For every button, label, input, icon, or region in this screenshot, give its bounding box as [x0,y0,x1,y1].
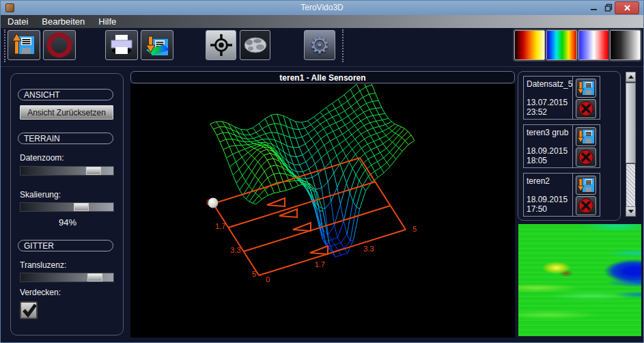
record-button[interactable] [43,30,76,60]
title-bar[interactable]: TeroVido3D [1,1,643,15]
axis-label: 1.7 [315,260,325,269]
dataset-save-button[interactable] [576,176,596,195]
close-icon [624,4,631,12]
export-floppy-icon [143,32,171,58]
verdecken-label: Verdecken: [20,288,61,297]
terrain-scene: 01.73.3501.73.35 [130,84,515,338]
dataset-time: 17:50 [527,204,547,214]
dataset-time: 23:52 [527,107,547,117]
section-terrain: TERRAIN [18,133,113,144]
section-ansicht: ANSICHT [18,89,113,100]
dataset-save-button[interactable] [576,79,596,98]
palette-grayscale-button[interactable] [610,30,641,60]
axis-label: 1.7 [215,222,225,230]
scroll-up-button[interactable] [626,72,636,82]
verdecken-checkbox[interactable] [20,301,38,319]
skalierung-slider-handle[interactable] [74,203,89,211]
minimize-icon [590,4,598,12]
palette-blue-white-red-button[interactable] [578,30,609,60]
axis-label: 5 [252,270,256,278]
dataset-item[interactable]: Datensatz_5 13.07.2015 23:52 [523,76,600,120]
dataset-date: 18.09.2015 [527,146,568,156]
globe-button[interactable] [240,30,270,60]
datenzoom-slider[interactable] [20,166,114,176]
settings-button[interactable]: ⚙ [304,30,335,60]
scroll-down-button[interactable] [626,206,636,217]
axis-label: 3.3 [363,245,374,253]
restore-button[interactable] [602,1,615,14]
scroll-down-icon [628,210,634,213]
center-view-button[interactable] [206,30,236,60]
menu-hilfe[interactable]: Hilfe [98,16,116,27]
transluzenz-label: Transluzenz: [20,260,66,270]
skalierung-readout: 94% [11,217,124,228]
axis-label: 0 [266,275,270,284]
menu-bearbeiten[interactable]: Bearbeiten [42,16,85,27]
divider [572,77,573,119]
close-button[interactable] [615,1,639,14]
scrollbar-track[interactable] [626,164,635,206]
dataset-delete-button[interactable] [576,196,596,215]
printer-icon [109,34,134,56]
record-circle-icon [46,31,73,59]
toolbar: ⚙ [1,28,643,67]
dataset-delete-button[interactable] [576,99,596,118]
dataset-name: teren2 [527,176,550,186]
reset-view-button[interactable]: Ansicht Zurücksetzen [20,105,113,120]
transluzenz-slider-handle[interactable] [87,273,102,282]
axis-label: 3.3 [230,246,240,254]
window-title: TeroVido3D [1,1,643,15]
print-button[interactable] [105,30,138,60]
dataset-save-button[interactable] [576,127,596,146]
crosshair-icon [208,32,234,58]
terrain-mesh [210,84,415,257]
load-floppy-icon [11,32,37,58]
delete-icon [577,148,595,166]
delete-icon [577,197,595,215]
dataset-item[interactable]: teren3 grub 18.09.2015 18:05 [523,124,600,168]
dataset-list: Datensatz_5 13.07.2015 23:52 [518,71,621,221]
datenzoom-slider-handle[interactable] [86,167,101,175]
direction-marker [293,223,311,231]
dataset-item[interactable]: teren2 18.09.2015 17:50 [523,173,600,217]
restore-icon [604,3,613,12]
minimize-button[interactable] [587,1,600,14]
toolbar-separator [4,29,5,62]
save-floppy-icon [577,79,596,97]
viewport-title: teren1 - Alle Sensoren [130,71,515,83]
skalierung-slider[interactable] [20,202,114,212]
dataset-delete-button[interactable] [576,148,596,167]
save-floppy-icon [577,128,596,146]
menu-bar: Datei Bearbeiten Hilfe [1,15,643,28]
dataset-date: 18.09.2015 [527,195,568,204]
viewport-3d-canvas[interactable]: 01.73.3501.73.35 [130,84,515,338]
datenzoom-label: Datenzoom: [20,153,64,163]
direction-marker [267,198,285,206]
load-button[interactable] [8,30,40,60]
gear-icon: ⚙ [309,33,330,57]
export-button[interactable] [141,30,173,60]
app-window: TeroVido3D Datei Bearbeiten Hilfe [0,0,644,343]
delete-icon [577,100,595,118]
heatmap-preview [518,224,641,336]
scrollbar-thumb[interactable] [626,83,636,163]
dataset-date: 13.07.2015 [527,98,568,107]
menu-datei[interactable]: Datei [8,16,28,27]
globe-icon [242,36,268,55]
dataset-scrollbar[interactable] [626,72,636,217]
direction-marker [310,246,328,254]
skalierung-label: Skalierung: [20,190,61,200]
palette-rainbow-button[interactable] [546,30,577,60]
scroll-up-icon [628,75,634,79]
dataset-name: teren3 grub [527,128,568,137]
divider [572,125,573,167]
save-floppy-icon [577,176,596,194]
toolbar-separator [342,29,344,62]
checkmark-icon [21,302,36,318]
palette-hot-button[interactable] [514,30,545,60]
origin-sphere [208,198,219,208]
transluzenz-slider[interactable] [20,273,114,282]
section-gitter: GITTER [18,240,113,251]
dataset-time: 18:05 [527,156,547,165]
ground-grid: 01.73.3501.73.35 [206,158,417,284]
